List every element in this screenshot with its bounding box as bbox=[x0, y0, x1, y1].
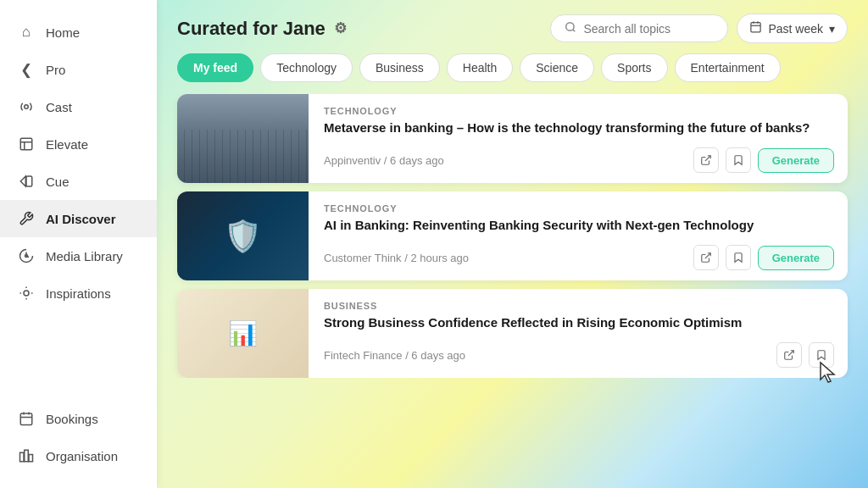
article-actions: Generate bbox=[693, 245, 834, 270]
generate-button[interactable]: Generate bbox=[758, 246, 834, 270]
organisation-icon bbox=[17, 446, 36, 465]
articles-list: TECHNOLOGY Metaverse in banking – How is… bbox=[157, 94, 868, 378]
generate-button[interactable]: Generate bbox=[758, 148, 834, 173]
calendar-icon bbox=[749, 20, 762, 36]
article-actions: Generate bbox=[693, 147, 834, 173]
article-category: BUSINESS bbox=[324, 301, 834, 311]
pro-icon: ❮ bbox=[17, 60, 36, 79]
sidebar: ⌂ Home ❮ Pro Cast Elevate Cue bbox=[0, 0, 157, 488]
svg-rect-14 bbox=[20, 452, 25, 462]
svg-point-5 bbox=[24, 291, 29, 296]
date-filter-label: Past week bbox=[768, 22, 823, 36]
main-content: Curated for Jane ⚙ Past week ▾ bbox=[157, 0, 868, 488]
bookmark-icon[interactable] bbox=[726, 245, 751, 270]
article-category: TECHNOLOGY bbox=[324, 106, 834, 116]
svg-point-17 bbox=[566, 23, 574, 30]
sidebar-item-label: Home bbox=[46, 25, 80, 40]
tab-entertainment[interactable]: Entertainment bbox=[675, 53, 781, 82]
open-external-icon[interactable] bbox=[776, 342, 802, 368]
article-body: TECHNOLOGY AI in Banking: Reinventing Ba… bbox=[309, 191, 848, 280]
header-right-controls: Past week ▾ bbox=[550, 14, 848, 43]
article-card: TECHNOLOGY Metaverse in banking – How is… bbox=[177, 94, 848, 183]
svg-line-23 bbox=[704, 156, 709, 161]
date-filter-button[interactable]: Past week ▾ bbox=[737, 14, 848, 43]
article-card: 🛡️ TECHNOLOGY AI in Banking: Reinventing… bbox=[177, 191, 848, 280]
article-meta: Customer Think / 2 hours ago bbox=[324, 252, 469, 264]
search-box[interactable] bbox=[550, 14, 728, 42]
article-body: BUSINESS Strong Business Confidence Refl… bbox=[309, 289, 848, 378]
article-meta: Appinventiv / 6 days ago bbox=[324, 154, 444, 167]
article-image: 🛡️ bbox=[177, 191, 309, 280]
article-footer: Fintech Finance / 6 days ago bbox=[324, 342, 834, 368]
article-footer: Customer Think / 2 hours ago bbox=[324, 245, 834, 270]
sidebar-item-organisation[interactable]: Organisation bbox=[0, 437, 157, 474]
sidebar-item-label: Cast bbox=[46, 100, 72, 114]
article-title: Strong Business Confidence Reflected in … bbox=[324, 314, 834, 331]
chevron-down-icon: ▾ bbox=[829, 22, 835, 36]
ai-discover-icon bbox=[17, 209, 36, 228]
sidebar-item-bookings[interactable]: Bookings bbox=[0, 400, 157, 437]
sidebar-item-cast[interactable]: Cast bbox=[0, 88, 157, 125]
article-image: 📊 bbox=[177, 289, 309, 378]
sidebar-item-label: Bookings bbox=[46, 412, 98, 426]
svg-rect-1 bbox=[20, 138, 32, 150]
article-image bbox=[177, 94, 309, 183]
svg-marker-2 bbox=[20, 176, 25, 186]
search-icon bbox=[565, 21, 576, 36]
article-title: AI in Banking: Reinventing Banking Secur… bbox=[324, 217, 834, 234]
svg-point-0 bbox=[25, 105, 29, 109]
sidebar-item-label: AI Discover bbox=[46, 212, 116, 226]
sidebar-item-label: Organisation bbox=[46, 449, 118, 463]
tab-science[interactable]: Science bbox=[520, 53, 594, 82]
page-header: Curated for Jane ⚙ Past week ▾ bbox=[157, 0, 868, 53]
sidebar-item-home[interactable]: ⌂ Home bbox=[0, 14, 157, 51]
sidebar-item-cue[interactable]: Cue bbox=[0, 163, 157, 200]
open-external-icon[interactable] bbox=[693, 147, 719, 173]
svg-rect-15 bbox=[25, 450, 29, 462]
header-title-group: Curated for Jane ⚙ bbox=[177, 18, 347, 40]
article-card: 📊 BUSINESS Strong Business Confidence Re… bbox=[177, 289, 848, 378]
tab-sports[interactable]: Sports bbox=[601, 53, 667, 82]
article-body: TECHNOLOGY Metaverse in banking – How is… bbox=[309, 94, 848, 183]
svg-rect-10 bbox=[20, 413, 32, 425]
svg-rect-3 bbox=[26, 176, 32, 186]
cast-icon bbox=[17, 97, 36, 116]
sidebar-item-label: Pro bbox=[46, 63, 65, 77]
svg-rect-16 bbox=[29, 455, 33, 462]
bookings-icon bbox=[17, 409, 36, 428]
svg-line-18 bbox=[573, 30, 576, 32]
tab-my-feed[interactable]: My feed bbox=[177, 53, 253, 82]
article-category: TECHNOLOGY bbox=[324, 203, 834, 214]
tab-health[interactable]: Health bbox=[447, 53, 513, 82]
tabs-row: My feed Technology Business Health Scien… bbox=[157, 53, 868, 94]
gear-icon[interactable]: ⚙ bbox=[334, 19, 347, 37]
sidebar-item-media-library[interactable]: Media Library bbox=[0, 237, 157, 274]
home-icon: ⌂ bbox=[17, 23, 36, 42]
bookmark-icon[interactable] bbox=[809, 342, 834, 368]
tab-business[interactable]: Business bbox=[359, 53, 440, 82]
svg-line-24 bbox=[704, 253, 709, 258]
sidebar-item-inspirations[interactable]: Inspirations bbox=[0, 274, 157, 312]
sidebar-item-label: Cue bbox=[46, 175, 70, 189]
article-title: Metaverse in banking – How is the techno… bbox=[324, 119, 834, 136]
media-library-icon bbox=[17, 247, 36, 265]
article-meta: Fintech Finance / 6 days ago bbox=[324, 349, 465, 362]
svg-rect-19 bbox=[751, 23, 760, 32]
sidebar-item-label: Elevate bbox=[46, 137, 88, 152]
cue-icon bbox=[17, 172, 36, 191]
sidebar-item-label: Media Library bbox=[46, 249, 123, 263]
elevate-icon bbox=[17, 135, 36, 153]
tab-technology[interactable]: Technology bbox=[260, 53, 353, 82]
svg-line-25 bbox=[788, 351, 793, 356]
article-footer: Appinventiv / 6 days ago bbox=[324, 147, 834, 173]
sidebar-item-elevate[interactable]: Elevate bbox=[0, 125, 157, 163]
inspirations-icon bbox=[17, 284, 36, 302]
bookmark-icon[interactable] bbox=[726, 147, 751, 173]
open-external-icon[interactable] bbox=[693, 245, 719, 270]
sidebar-item-label: Inspirations bbox=[46, 286, 111, 301]
sidebar-item-pro[interactable]: ❮ Pro bbox=[0, 51, 157, 88]
search-input[interactable] bbox=[583, 22, 714, 36]
page-title: Curated for Jane bbox=[177, 18, 326, 40]
article-actions bbox=[776, 342, 834, 368]
sidebar-item-ai-discover[interactable]: AI Discover bbox=[0, 200, 157, 237]
